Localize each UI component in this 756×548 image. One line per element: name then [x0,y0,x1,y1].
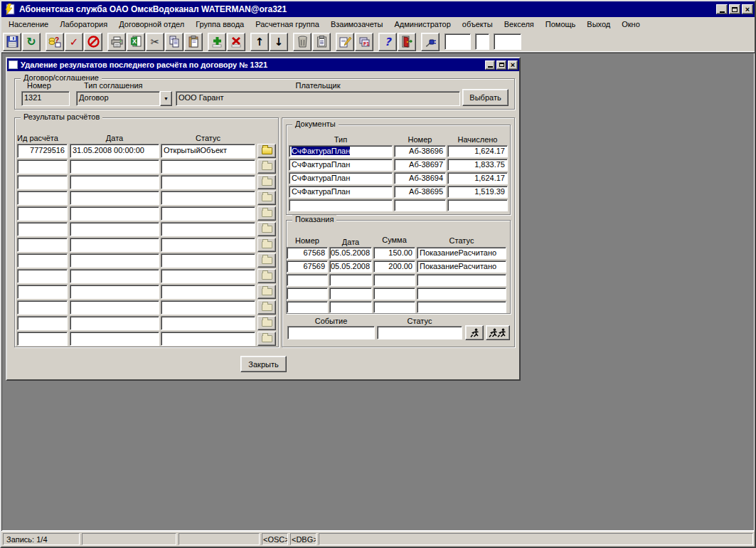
open-result-button[interactable] [257,332,276,346]
paste-button[interactable] [184,33,203,51]
result-status-cell[interactable] [161,253,255,268]
export-excel-button[interactable]: X [127,33,145,51]
menu-okno[interactable]: Окно [616,18,646,31]
result-id-cell[interactable] [17,175,68,189]
copy-button[interactable] [165,33,183,51]
open-result-button[interactable] [257,316,276,330]
document-amount-cell[interactable]: 1,833.75 [447,159,508,171]
result-status-cell[interactable] [161,300,255,315]
result-date-cell[interactable] [70,316,159,330]
clear-record-button[interactable] [293,33,312,51]
insert-record-button[interactable] [208,33,226,51]
toolbar-field-3[interactable] [494,33,521,50]
reading-number-cell[interactable] [287,274,328,286]
query-button[interactable]: ? [46,33,64,51]
result-id-cell[interactable] [17,159,68,174]
reading-number-cell[interactable]: 67569 [287,260,328,273]
reading-status-cell[interactable]: ПоказаниеРасчитано [417,247,506,259]
result-status-cell[interactable] [161,269,255,283]
dialog-maximize-button[interactable] [496,60,506,70]
result-id-cell[interactable]: 77729516 [17,144,68,158]
reading-date-cell[interactable]: 05.05.2008 [329,247,372,259]
help-button[interactable]: ? [378,33,397,51]
menu-laboratoriya[interactable]: Лаборатория [54,18,113,31]
cancel-button[interactable] [84,33,102,51]
result-id-cell[interactable] [17,253,68,268]
result-status-cell[interactable] [161,175,255,189]
result-id-cell[interactable] [17,269,68,283]
dialog-close-button[interactable]: × [508,60,518,70]
exit-button[interactable] [398,33,416,51]
result-status-cell[interactable]: ОткрытыйОбъект [161,144,255,158]
result-id-cell[interactable] [17,316,68,330]
menu-gruppa-vvoda[interactable]: Группа ввода [190,18,250,31]
menu-vyhod[interactable]: Выход [581,18,616,31]
open-result-button[interactable] [257,144,276,158]
menu-raschetnaya-gruppa[interactable]: Расчетная группа [250,18,325,31]
result-status-cell[interactable] [161,206,255,221]
refresh-button[interactable]: ↻ [22,33,41,51]
reading-amount-cell[interactable]: 200.00 [373,260,415,273]
result-status-cell[interactable] [161,332,255,346]
result-id-cell[interactable] [17,191,68,205]
event-field[interactable] [287,326,375,339]
maximize-button[interactable] [729,4,740,14]
result-status-cell[interactable] [161,191,255,205]
menu-obekty[interactable]: объекты [457,18,499,31]
open-result-button[interactable] [257,175,276,189]
result-date-cell[interactable] [70,159,159,174]
result-status-cell[interactable] [161,316,255,330]
result-status-cell[interactable] [161,285,255,299]
result-status-cell[interactable] [161,238,255,252]
result-id-cell[interactable] [17,222,68,236]
result-date-cell[interactable]: 31.05.2008 00:00:00 [70,144,159,158]
document-amount-cell[interactable] [447,199,508,211]
result-id-cell[interactable] [17,332,68,346]
run-all-button[interactable] [486,325,510,340]
reading-amount-cell[interactable] [373,274,415,286]
result-id-cell[interactable] [17,300,68,315]
payer-field[interactable]: ООО Гарант [176,91,460,106]
open-result-button[interactable] [257,300,276,315]
menu-pomosch[interactable]: Помощь [540,18,582,31]
document-amount-cell[interactable]: 1,624.17 [447,172,508,184]
document-type-cell[interactable]: СчФактураПлан [289,159,393,171]
open-result-button[interactable] [257,253,276,268]
reading-status-cell[interactable] [417,301,506,313]
move-down-button[interactable]: ↓ [270,33,288,51]
document-number-cell[interactable] [394,199,446,211]
result-date-cell[interactable] [70,175,159,189]
open-result-button[interactable] [257,238,276,252]
open-result-button[interactable] [257,191,276,205]
cut-button[interactable]: ✂ [146,33,164,51]
result-status-cell[interactable] [161,222,255,236]
menu-vzaimozachety[interactable]: Взаимозачеты [325,18,389,31]
reading-date-cell[interactable]: 05.05.2008 [329,260,372,273]
run-one-button[interactable] [465,325,484,340]
dialog-close-action-button[interactable]: Закрыть [240,356,287,372]
reading-date-cell[interactable] [329,274,372,286]
document-type-cell[interactable]: СчФактураПлан [289,145,393,157]
edit-button[interactable] [336,33,354,51]
open-result-button[interactable] [257,222,276,236]
reading-amount-cell[interactable]: 150.00 [373,247,415,259]
result-date-cell[interactable] [70,285,159,299]
menu-administrator[interactable]: Администратор [388,18,456,31]
save-button[interactable] [3,33,21,51]
open-result-button[interactable] [257,159,276,174]
open-result-button[interactable] [257,206,276,221]
document-type-cell[interactable]: СчФактураПлан [289,186,393,198]
menu-naselenie[interactable]: Население [3,18,54,31]
toolbar-field-1[interactable] [444,33,471,50]
clipboard-button[interactable] [312,33,331,51]
print-button[interactable] [107,33,126,51]
result-id-cell[interactable] [17,206,68,221]
result-status-cell[interactable] [161,159,255,174]
document-number-cell[interactable]: Аб-38694 [394,172,446,184]
connect-button[interactable] [421,33,440,51]
toolbar-field-2[interactable] [475,33,489,50]
reading-number-cell[interactable] [287,301,328,313]
result-id-cell[interactable] [17,285,68,299]
result-id-cell[interactable] [17,238,68,252]
close-button[interactable]: × [742,4,753,14]
